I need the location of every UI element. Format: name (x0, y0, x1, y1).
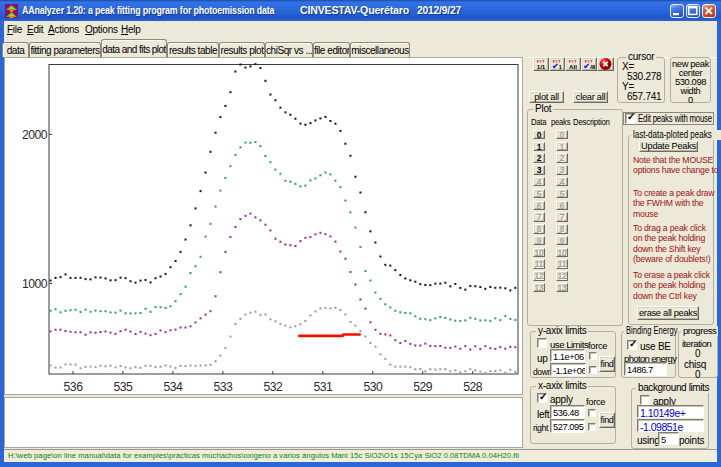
svg-text:535: 535 (113, 380, 133, 394)
svg-text:1000: 1000 (22, 277, 48, 291)
svg-text:530: 530 (363, 380, 383, 394)
svg-text:2000: 2000 (22, 128, 48, 142)
svg-text:528: 528 (463, 380, 483, 394)
svg-text:536: 536 (64, 380, 84, 394)
svg-text:534: 534 (163, 380, 183, 394)
svg-text:531: 531 (313, 380, 333, 394)
svg-text:532: 532 (263, 380, 283, 394)
svg-text:533: 533 (213, 380, 233, 394)
svg-text:529: 529 (413, 380, 433, 394)
